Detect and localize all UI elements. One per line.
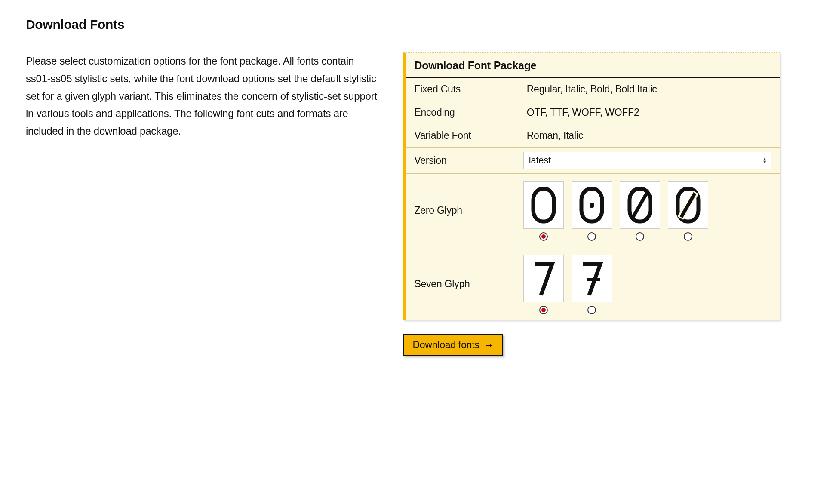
seven-crossed-icon — [572, 255, 612, 302]
row-variable-font: Variable Font Roman, Italic — [406, 124, 780, 148]
value-encoding: OTF, TTF, WOFF, WOFF2 — [518, 101, 781, 124]
svg-line-4 — [633, 193, 647, 217]
chevron-updown-icon: ▲▼ — [762, 157, 767, 163]
radio-zero-plain[interactable] — [539, 232, 548, 241]
row-encoding: Encoding OTF, TTF, WOFF, WOFF2 — [406, 101, 780, 124]
seven-plain-icon — [523, 255, 564, 302]
zero-reverse-slashed-icon — [668, 181, 708, 229]
row-zero-glyph: Zero Glyph — [406, 174, 780, 247]
svg-rect-2 — [590, 203, 594, 208]
zero-dotted-icon — [572, 181, 612, 229]
seven-glyph-option-crossed[interactable] — [572, 255, 612, 314]
row-fixed-cuts: Fixed Cuts Regular, Italic, Bold, Bold I… — [406, 78, 780, 101]
radio-zero-dotted[interactable] — [587, 232, 596, 241]
zero-glyph-option-plain[interactable] — [523, 181, 564, 241]
label-variable-font: Variable Font — [406, 124, 518, 147]
label-zero-glyph: Zero Glyph — [406, 199, 518, 222]
zero-glyph-option-dotted[interactable] — [572, 181, 612, 241]
value-variable-font: Roman, Italic — [518, 124, 781, 147]
download-panel: Download Font Package Fixed Cuts Regular… — [403, 52, 780, 320]
zero-glyph-option-slashed[interactable] — [620, 181, 660, 241]
panel-title: Download Font Package — [406, 53, 780, 78]
download-button-label: Download fonts — [412, 339, 479, 350]
zero-plain-icon — [523, 181, 564, 229]
intro-paragraph: Please select customization options for … — [26, 52, 380, 140]
label-fixed-cuts: Fixed Cuts — [406, 78, 518, 101]
download-fonts-button[interactable]: Download fonts → — [403, 334, 503, 356]
arrow-right-icon: → — [484, 339, 494, 350]
version-selected: latest — [529, 155, 551, 166]
seven-glyph-option-plain[interactable] — [523, 255, 564, 314]
label-seven-glyph: Seven Glyph — [406, 273, 518, 295]
label-encoding: Encoding — [406, 101, 518, 124]
radio-zero-slashed[interactable] — [636, 232, 644, 241]
row-version: Version latest ▲▼ — [406, 148, 780, 174]
radio-seven-plain[interactable] — [539, 306, 548, 314]
row-seven-glyph: Seven Glyph — [406, 247, 780, 320]
page-title: Download Fonts — [26, 17, 796, 32]
version-select[interactable]: latest ▲▼ — [523, 152, 772, 169]
zero-glyph-option-reverse-slashed[interactable] — [668, 181, 708, 241]
label-version: Version — [406, 148, 518, 173]
radio-seven-crossed[interactable] — [587, 306, 596, 314]
svg-rect-0 — [533, 189, 554, 221]
zero-slashed-icon — [620, 181, 660, 229]
value-fixed-cuts: Regular, Italic, Bold, Bold Italic — [518, 78, 781, 101]
radio-zero-reverse-slashed[interactable] — [684, 232, 692, 241]
svg-line-7 — [681, 193, 695, 217]
